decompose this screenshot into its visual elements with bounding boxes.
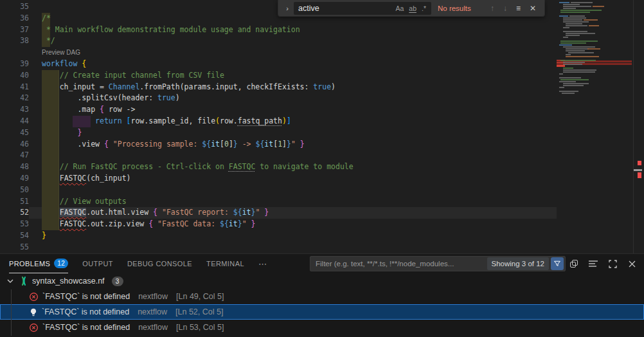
next-match-icon[interactable]: ↓ <box>499 4 512 13</box>
problems-file-row[interactable]: syntax_showcase.nf 3 <box>0 273 644 289</box>
code-line[interactable]: 45 } <box>0 127 557 139</box>
problem-source: nextflow <box>138 323 168 332</box>
problems-filter-input[interactable]: Filter (e.g. text, **/*.ts, !**/node_mod… <box>310 256 566 271</box>
tab-debug-console[interactable]: DEBUG CONSOLE <box>127 254 192 273</box>
problems-panel: PROBLEMS12OUTPUTDEBUG CONSOLETERMINAL ⋯ … <box>0 253 644 337</box>
tab-terminal[interactable]: TERMINAL <box>206 254 244 273</box>
problem-message: `FASTQC` is not defined <box>42 323 130 332</box>
filter-funnel-icon[interactable] <box>551 257 564 270</box>
code-line[interactable]: 47 <box>0 150 557 161</box>
ruler-error-mark <box>638 172 641 178</box>
panel-more-actions-icon[interactable]: ⋯ <box>258 254 267 273</box>
nextflow-file-icon <box>19 276 29 286</box>
previous-match-icon[interactable]: ↑ <box>486 4 499 13</box>
code-line[interactable]: 52 FASTQC.out.html.view { "FastQC report… <box>0 207 557 219</box>
line-number: 36 <box>0 13 29 24</box>
line-number: 40 <box>0 70 29 82</box>
minimap[interactable] <box>557 0 633 253</box>
line-number: 46 <box>0 139 29 150</box>
problem-row[interactable]: `FASTQC` is not definednextflow[Ln 49, C… <box>0 289 644 304</box>
code-line[interactable]: 40 // Create input channel from CSV file <box>0 70 557 82</box>
code-line[interactable]: 48 // Run FastQC process - Ctrl-click on… <box>0 161 557 173</box>
line-number: 35 <box>0 1 29 13</box>
problem-message: `FASTQC` is not defined <box>42 307 129 316</box>
line-number: 43 <box>0 104 29 116</box>
editor[interactable]: 3536/*37 * Main workflow demonstrating m… <box>0 0 644 253</box>
code-line[interactable]: 39workflow { <box>0 59 557 70</box>
code-line[interactable]: 38 */ <box>0 35 557 47</box>
code-line[interactable]: 42 .splitCsv(header: true) <box>0 93 557 104</box>
line-number: 38 <box>0 35 29 47</box>
ruler-cursor-mark <box>634 169 642 171</box>
code-line[interactable]: 37 * Main workflow demonstrating module … <box>0 24 557 36</box>
view-as-table-icon[interactable] <box>586 257 600 271</box>
problem-row[interactable]: `FASTQC` is not definednextflow[Ln 52, C… <box>0 304 644 320</box>
code-line[interactable]: 41 ch_input = Channel.fromPath(params.in… <box>0 82 557 93</box>
line-number: 48 <box>0 161 29 173</box>
tree-indent-guide <box>11 289 12 336</box>
line-number: 42 <box>0 93 29 104</box>
find-widget: › active Aa ab .* No results ↑ ↓ ≡ ✕ <box>278 0 545 17</box>
file-name: syntax_showcase.nf <box>32 277 105 286</box>
code-line[interactable]: 53 FASTQC.out.zip.view { "FastQC data: $… <box>0 219 557 230</box>
chevron-down-icon[interactable] <box>5 279 15 284</box>
codelens-preview-dag[interactable]: Preview DAG <box>42 49 80 56</box>
close-panel-icon[interactable] <box>625 257 639 271</box>
line-number: 53 <box>0 219 29 230</box>
line-number: 45 <box>0 127 29 139</box>
showing-count-badge: Showing 3 of 12 <box>487 257 549 270</box>
code-line[interactable]: 55 <box>0 242 557 253</box>
ruler-error-mark <box>638 161 641 165</box>
problems-count-badge: 12 <box>54 259 68 268</box>
collapse-all-icon[interactable] <box>567 257 581 271</box>
line-number: 39 <box>0 59 29 70</box>
code-line[interactable]: 43 .map { row -> <box>0 104 557 116</box>
problem-source: nextflow <box>138 292 168 301</box>
find-in-selection-icon[interactable]: ≡ <box>512 4 525 13</box>
lightbulb-icon <box>29 307 38 317</box>
line-number: 54 <box>0 230 29 242</box>
whole-word-icon[interactable]: ab <box>406 5 419 12</box>
regex-icon[interactable]: .* <box>419 5 429 12</box>
problem-location: [Ln 52, Col 5] <box>175 307 223 316</box>
line-number: 52 <box>0 207 29 219</box>
problem-row[interactable]: `FASTQC` is not definednextflow[Ln 53, C… <box>0 320 644 335</box>
find-input[interactable]: active Aa ab .* <box>294 2 431 15</box>
overview-ruler[interactable] <box>633 0 644 253</box>
find-results-count: No results <box>438 5 486 12</box>
file-problem-count-badge: 3 <box>112 277 123 286</box>
code-line[interactable]: 49 FASTQC(ch_input) <box>0 173 557 185</box>
problems-list: syntax_showcase.nf 3 `FASTQC` is not def… <box>0 273 644 337</box>
line-number: 37 <box>0 24 29 36</box>
error-icon <box>29 292 39 302</box>
panel-header: PROBLEMS12OUTPUTDEBUG CONSOLETERMINAL ⋯ … <box>0 254 644 273</box>
line-number: 41 <box>0 82 29 93</box>
toggle-replace-icon[interactable]: › <box>282 5 292 12</box>
code-line[interactable]: 50 <box>0 185 557 196</box>
problem-location: [Ln 53, Col 5] <box>176 323 224 332</box>
code-line[interactable]: 46 .view { "Processing sample: ${it[0]} … <box>0 139 557 150</box>
problem-source: nextflow <box>138 307 167 316</box>
maximize-panel-icon[interactable] <box>605 257 620 271</box>
line-number: 47 <box>0 150 29 161</box>
filter-placeholder: Filter (e.g. text, **/*.ts, !**/node_mod… <box>316 260 487 268</box>
code-line[interactable]: 54} <box>0 230 557 242</box>
match-case-icon[interactable]: Aa <box>393 5 406 12</box>
problem-message: `FASTQC` is not defined <box>42 292 130 301</box>
line-number: 55 <box>0 242 29 253</box>
tab-output[interactable]: OUTPUT <box>82 254 113 273</box>
line-number: 50 <box>0 185 29 196</box>
close-find-icon[interactable]: ✕ <box>525 4 541 13</box>
code-line[interactable]: 44 return [row.sample_id, file(row.fastq… <box>0 116 557 127</box>
find-query-text[interactable]: active <box>298 4 393 13</box>
tab-problems[interactable]: PROBLEMS12 <box>9 254 68 273</box>
code-area[interactable]: 3536/*37 * Main workflow demonstrating m… <box>0 1 557 253</box>
code-line[interactable]: 51 // View outputs <box>0 196 557 208</box>
vscode-window: 3536/*37 * Main workflow demonstrating m… <box>0 0 644 337</box>
line-number: 51 <box>0 196 29 208</box>
error-icon <box>29 323 39 332</box>
problem-location: [Ln 49, Col 5] <box>176 292 224 301</box>
line-number: 44 <box>0 116 29 127</box>
line-number: 49 <box>0 173 29 185</box>
